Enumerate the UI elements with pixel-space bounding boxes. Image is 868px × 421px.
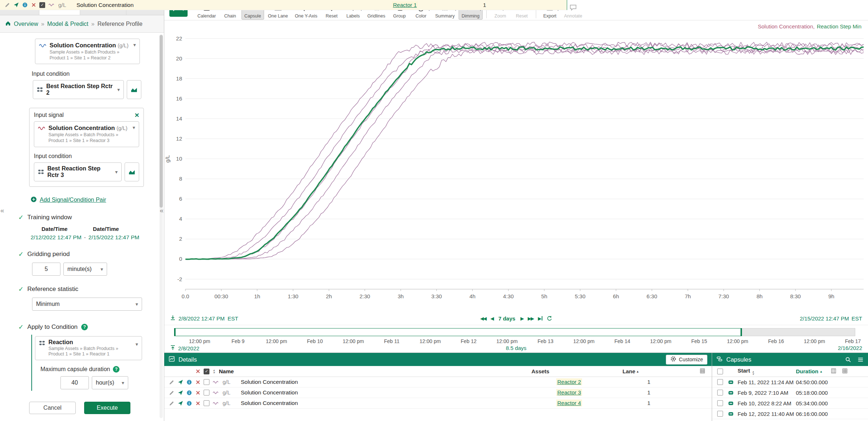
asset-link[interactable]: Reactor 4	[556, 400, 582, 406]
column-header-duration[interactable]: Duration	[796, 368, 818, 374]
step-back-button[interactable]: ◀	[490, 316, 493, 321]
collapse-sidebar-icon[interactable]: «	[160, 206, 164, 215]
capsule-select-checkbox[interactable]	[717, 411, 723, 417]
jump-start-icon[interactable]	[170, 315, 176, 322]
investigate-range-span[interactable]: 8.5 days	[506, 345, 527, 351]
capsule-select-checkbox[interactable]	[717, 379, 723, 385]
timezone-link[interactable]: EST	[228, 315, 238, 322]
trend-chart-area[interactable]: Solution Concentration, Reaction Step Mi…	[164, 20, 868, 312]
capsule-table-row[interactable]: Feb 12, 2022 11:40 AM 06:16:00.000	[712, 409, 868, 419]
remove-item-icon[interactable]	[193, 379, 202, 385]
item-info-icon[interactable]	[185, 401, 193, 406]
details-icon	[169, 356, 175, 363]
selector-right-handle[interactable]	[741, 328, 742, 336]
cancel-button[interactable]: Cancel	[29, 402, 76, 414]
asset-link[interactable]: Reactor 2	[556, 378, 582, 385]
remove-all-icon[interactable]	[193, 369, 202, 374]
jump-range-start-icon[interactable]	[170, 345, 176, 351]
remove-pair-button[interactable]: ×	[135, 113, 139, 118]
capsule-table-row[interactable]: Feb 11, 2022 11:24 AM 04:50:00.000	[712, 377, 868, 387]
help-icon[interactable]: ?	[81, 324, 88, 330]
column-header-lane[interactable]: Lane	[622, 368, 635, 374]
refresh-button[interactable]	[547, 316, 552, 321]
column-header-name[interactable]: Name	[219, 368, 234, 374]
display-end-datetime[interactable]: 2/15/2022 12:47 PM	[800, 315, 849, 322]
row-select-checkbox[interactable]	[204, 390, 209, 396]
collapse-panel-left-icon[interactable]: «	[0, 206, 4, 215]
edit-signal-icon[interactable]	[167, 379, 176, 385]
trend-chart[interactable]: -202468101214161820220.000:301h1:302h2:3…	[164, 20, 868, 313]
edit-signal-icon[interactable]	[167, 401, 176, 406]
display-range-selector[interactable]	[174, 328, 742, 336]
gridding-unit-select[interactable]: minute(s) ▾	[63, 263, 107, 276]
step-forward-fast-button[interactable]: ▶▶	[528, 316, 534, 321]
navigate-to-signal-icon[interactable]	[176, 390, 185, 396]
step-to-now-button[interactable]: ▶	[538, 316, 542, 321]
timeline-track[interactable]	[174, 328, 855, 336]
gridding-period-input[interactable]	[32, 263, 60, 276]
breadcrumb-model-predict[interactable]: Model & Predict	[47, 21, 89, 27]
execute-button[interactable]: Execute	[84, 402, 130, 414]
apply-condition-select[interactable]: Reaction Sample Assets » Batch Products …	[35, 336, 142, 360]
step-forward-button[interactable]: ▶	[521, 316, 523, 321]
input-signal-select-2[interactable]: Solution Concentration (g/L) Sample Asse…	[34, 121, 139, 147]
table-grid-icon[interactable]	[700, 368, 705, 375]
input-condition-select-1[interactable]: Best Reaction Step Rctr 2 ▾	[33, 80, 124, 99]
step-back-fast-button[interactable]: ◀◀	[480, 316, 486, 321]
legend-item-reaction-step-min[interactable]: Reaction Step Min	[817, 23, 861, 29]
row-select-checkbox[interactable]	[204, 379, 209, 385]
column-header-start[interactable]: Start	[738, 367, 750, 374]
capsule-table-row[interactable]: Feb 9, 2022 7:10 AM 05:18:00.000	[712, 387, 868, 398]
select-all-capsules-checkbox[interactable]	[717, 369, 723, 374]
step-size-label[interactable]: 7 days	[498, 315, 515, 322]
remove-item-icon[interactable]	[193, 390, 202, 396]
max-duration-input[interactable]	[60, 376, 89, 389]
help-icon[interactable]: ?	[113, 366, 119, 373]
input-signal-select-1[interactable]: Solution Concentration (g/L) Sample Asse…	[35, 39, 140, 64]
item-info-icon[interactable]	[185, 390, 193, 396]
breadcrumb-overview[interactable]: Overview	[14, 21, 38, 27]
training-start-datetime[interactable]: 2/12/2022 12:47 PM	[31, 234, 82, 241]
details-table-row[interactable]: g/L Solution Concentration Reactor 3 1	[164, 387, 712, 398]
remove-item-icon[interactable]	[193, 401, 202, 406]
signal-name: Solution Concentration	[236, 389, 556, 396]
input-condition-select-2[interactable]: Best Reaction Step Rctr 3 ▾	[34, 162, 122, 181]
search-icon[interactable]	[845, 357, 851, 363]
max-duration-unit-select[interactable]: hour(s) ▾	[92, 376, 128, 389]
navigate-to-signal-icon[interactable]	[176, 379, 185, 385]
navigate-to-signal-icon[interactable]	[176, 401, 185, 406]
details-table-row[interactable]: g/L Solution Concentration Reactor 4 1	[164, 398, 712, 409]
select-all-checkbox[interactable]: ✓	[204, 369, 209, 374]
columns-icon[interactable]	[831, 368, 836, 375]
signal-name: Solution Concentration	[50, 42, 116, 48]
capsule-table-row[interactable]: Feb 10, 2022 8:22 AM 05:34:00.000	[712, 398, 868, 409]
sort-icon[interactable]: ▴▾	[752, 370, 756, 375]
capsule-select-checkbox[interactable]	[717, 390, 723, 396]
legend-item-solution-concentration[interactable]: Solution Concentration,	[758, 23, 814, 29]
capsule-select-checkbox[interactable]	[717, 400, 723, 406]
customize-button[interactable]: Customize	[666, 355, 707, 365]
menu-icon[interactable]	[857, 357, 864, 363]
capsules-icon	[716, 356, 723, 363]
training-end-datetime[interactable]: 2/15/2022 12:47 PM	[89, 234, 140, 241]
asset-link[interactable]: Reactor 3	[556, 389, 582, 396]
selector-left-handle[interactable]	[174, 328, 176, 336]
display-start-datetime[interactable]: 2/8/2022 12:47 PM	[178, 315, 225, 322]
row-select-checkbox[interactable]	[204, 400, 209, 406]
home-icon[interactable]	[5, 20, 11, 28]
investigate-range-start[interactable]: 2/8/2022	[178, 345, 199, 351]
sidebar-scrollbar[interactable]	[160, 34, 163, 418]
sort-icon[interactable]: ▴▾	[213, 369, 217, 374]
view-condition-chart-button[interactable]	[127, 80, 141, 99]
scrollbar-thumb[interactable]	[160, 35, 163, 208]
edit-signal-icon[interactable]	[167, 390, 176, 396]
timezone-link[interactable]: EST	[852, 315, 862, 322]
column-header-assets[interactable]: Assets	[531, 368, 609, 374]
item-info-icon[interactable]	[185, 379, 193, 385]
details-table-row[interactable]: g/L Solution Concentration Reactor 2 1	[164, 377, 712, 387]
investigate-range-end[interactable]: 2/16/2022	[838, 345, 862, 351]
view-condition-chart-button[interactable]	[125, 162, 139, 181]
reference-statistic-select[interactable]: Minimum ▾	[32, 298, 142, 311]
add-signal-condition-pair-link[interactable]: Add Signal/Condition Pair	[40, 197, 106, 203]
table-grid-icon[interactable]	[842, 368, 848, 375]
